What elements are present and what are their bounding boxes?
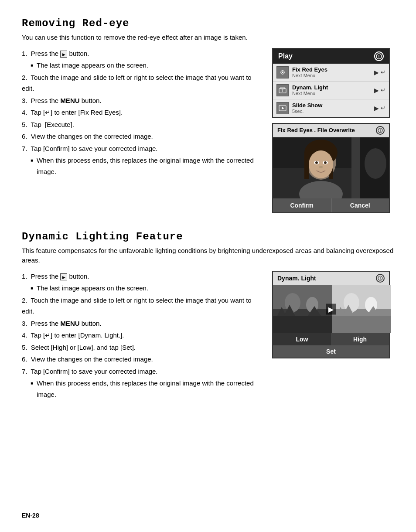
slideshow-text: Slide Show 5sec. <box>292 102 371 114</box>
svg-rect-39 <box>273 316 332 333</box>
step2-5: 5. Select [High] or [Low], and tap [Set]… <box>22 342 263 353</box>
svg-point-12 <box>380 131 380 131</box>
dynam-title: Dynam. Light <box>277 275 316 282</box>
bullet2-2: ■ When this process ends, this replaces … <box>31 378 263 400</box>
play-menu-title: Play <box>278 52 293 60</box>
section1-intro: You can use this function to remove the … <box>22 33 394 43</box>
step2-2: 2. Touch the image and slide to left or … <box>22 295 263 317</box>
play-button-icon: ▶ <box>60 51 67 58</box>
section1-text: 1. Press the ▶ button. ■ The last image … <box>22 48 263 178</box>
step1-1: 1. Press the ▶ button. <box>22 48 263 59</box>
dynam-icon <box>376 274 385 283</box>
step2-1: 1. Press the ▶ button. <box>22 271 263 282</box>
svg-rect-33 <box>273 285 332 309</box>
play-menu: Play Fix Red E <box>272 48 390 118</box>
dynam-light-icon <box>276 84 289 96</box>
fix-redeye-header: Fix Red Eyes . File Overwrite <box>273 124 389 137</box>
fix-redeye-image <box>273 137 389 198</box>
section2-text: 1. Press the ▶ button. ■ The last image … <box>22 271 263 401</box>
section2-ui: Dynam. Light <box>272 271 394 358</box>
svg-point-24 <box>324 161 327 164</box>
confirm-button[interactable]: Confirm <box>273 198 331 212</box>
step2-3: 3. Press the MENU button. <box>22 318 263 329</box>
step1-7: 7. Tap [Confirm] to save your corrected … <box>22 143 263 154</box>
dynam-light-text: Dynam. Light Next Menu <box>292 84 371 96</box>
high-label[interactable]: High <box>331 333 389 345</box>
menu-item-dynam-light: Dynam. Light Next Menu ▶ ↵ <box>273 82 389 99</box>
svg-point-20 <box>309 150 333 178</box>
fix-redeye-dialog: Fix Red Eyes . File Overwrite <box>272 123 390 213</box>
fix-red-eyes-arrows: ▶ ↵ <box>374 69 385 76</box>
dynam-header: Dynam. Light <box>273 272 389 285</box>
step2-7: 7. Tap [Confirm] to save your corrected … <box>22 366 263 377</box>
menu-item-fix-red-eyes: Fix Red Eyes Next Menu ▶ ↵ <box>273 64 389 82</box>
fix-redeye-buttons: Confirm Cancel <box>273 198 389 212</box>
section1-ui: Play Fix Red E <box>272 48 394 213</box>
svg-point-23 <box>315 161 318 164</box>
bullet2-1: ■ The last image appears on the screen. <box>31 283 263 294</box>
dynam-dialog: Dynam. Light <box>272 271 390 358</box>
section2-title: Dynamic Lighting Feature <box>22 231 394 242</box>
dynam-right-image <box>332 285 391 333</box>
svg-point-35 <box>285 293 300 312</box>
fix-redeye-icon <box>376 126 385 135</box>
slideshow-icon <box>276 102 289 114</box>
svg-point-2 <box>378 57 379 58</box>
step2-4: 4. Tap [↵] to enter [Dynam. Light.]. <box>22 330 263 341</box>
cancel-button[interactable]: Cancel <box>331 198 389 212</box>
svg-rect-44 <box>332 285 391 309</box>
step1-6: 6. View the changes on the corrected ima… <box>22 131 263 142</box>
svg-point-25 <box>319 166 323 168</box>
svg-point-46 <box>344 293 359 312</box>
svg-rect-50 <box>332 316 391 333</box>
set-button[interactable]: Set <box>273 345 389 358</box>
play-button-icon2: ▶ <box>60 273 67 280</box>
section1-content: 1. Press the ▶ button. ■ The last image … <box>22 48 394 213</box>
section2-content: 1. Press the ▶ button. ■ The last image … <box>22 271 394 401</box>
section1-title: Removing Red-eye <box>22 17 394 29</box>
svg-point-4 <box>282 72 283 73</box>
menu-item-slideshow: Slide Show 5sec. ▶ ↵ <box>273 99 389 117</box>
svg-rect-18 <box>304 153 309 179</box>
bullet1-2: ■ When this process ends, this replaces … <box>31 155 263 177</box>
dynam-images: ▶ <box>273 285 389 333</box>
dynam-light-arrows: ▶ ↵ <box>374 87 385 94</box>
dynam-labels: Low High <box>273 333 389 345</box>
dynam-arrow: ▶ <box>326 304 336 314</box>
step1-5: 5. Tap [Execute]. <box>22 119 263 130</box>
fix-red-eyes-text: Fix Red Eyes Next Menu <box>292 66 371 78</box>
step1-3: 3. Press the MENU button. <box>22 95 263 106</box>
svg-point-31 <box>380 279 380 279</box>
play-menu-icon <box>374 51 384 61</box>
step1-2: 2. Touch the image and slide to left or … <box>22 72 263 94</box>
dynam-left-image <box>273 285 332 333</box>
step1-4: 4. Tap [↵] to enter [Fix Red Eyes]. <box>22 107 263 118</box>
step2-6: 6. View the changes on the corrected ima… <box>22 354 263 365</box>
fix-redeye-title: Fix Red Eyes . File Overwrite <box>277 127 355 133</box>
eye-icon <box>276 66 289 78</box>
svg-marker-9 <box>282 107 284 109</box>
section2: Dynamic Lighting Feature This feature co… <box>22 231 394 401</box>
play-menu-header: Play <box>273 49 389 64</box>
svg-point-28 <box>365 148 386 179</box>
bullet1-1: ■ The last image appears on the screen. <box>31 60 263 71</box>
section2-intro: This feature compensates for the unfavor… <box>22 246 394 266</box>
page-number: EN-28 <box>22 512 39 519</box>
low-label[interactable]: Low <box>273 333 331 345</box>
slideshow-arrows: ▶ ↵ <box>374 105 385 112</box>
